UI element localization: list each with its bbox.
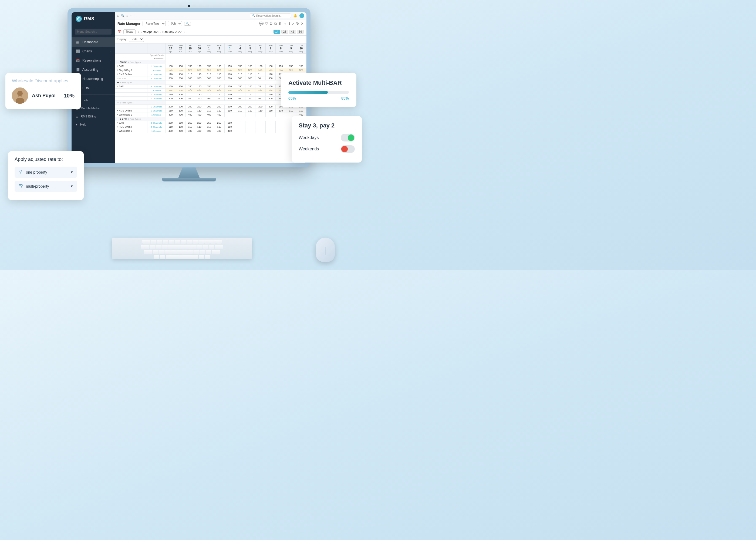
cell-na[interactable]: N/A [255,68,266,72]
cell-na[interactable]: N/A [195,68,204,72]
prev-arrow[interactable]: ‹ [138,30,139,34]
cell-na[interactable]: N/A [224,68,235,72]
cell[interactable]: 110 [224,72,235,76]
delete-icon[interactable]: 🗑 [278,22,282,26]
cell-na[interactable]: N/A [235,68,245,72]
close-icon[interactable]: ✕ [301,22,304,26]
display-select[interactable]: Rate [129,37,144,42]
info-icon[interactable]: ℹ [289,22,290,26]
cell[interactable]: 150 [245,64,255,68]
menu-search-input[interactable] [75,29,111,35]
add-icon[interactable]: ＋ [284,21,287,26]
cell[interactable]: 150 [165,64,176,68]
weekends-toggle[interactable] [341,145,355,153]
cell[interactable]: 300 [204,76,214,80]
cell[interactable]: 110 [186,72,195,76]
cell[interactable]: 110 [176,72,186,76]
next-arrow[interactable]: › [184,30,185,34]
cell[interactable]: 150 [235,64,245,68]
export-icon[interactable]: ↗ [292,22,295,26]
cell[interactable]: 150 [255,64,266,68]
cell[interactable]: 110 [165,72,176,76]
sidebar-item-help[interactable]: ● Help › [71,120,115,129]
today-button[interactable]: Today [123,30,136,34]
multi-property-option[interactable]: multi-property ▼ [15,181,77,192]
bar-label: + BAR [115,64,147,68]
dropdown-arrow-icon: ▼ [70,170,73,174]
cell[interactable]: 150 [276,64,286,68]
sidebar-item-reservations[interactable]: 📅 Reservations › [71,56,115,65]
key-tab [142,240,150,244]
sidebar-item-label: RMS Billing [81,115,96,118]
sidebar-item-charts[interactable]: 📊 Charts › [71,47,115,56]
cell-na[interactable]: N/A [265,68,276,72]
cell[interactable]: 300 [265,76,276,80]
filter-icon[interactable]: ▽ [265,22,268,26]
rate-filter-select[interactable]: (All) [168,21,182,26]
chat-icon[interactable]: 💬 [259,22,264,26]
cell[interactable]: 150 [286,64,296,68]
cell-na[interactable]: N/A [245,68,255,72]
chevron-right-icon: › [110,123,110,126]
cell[interactable]: 150 [296,64,307,68]
cell[interactable]: 300 [224,76,235,80]
calendar-icon-small: 📅 [117,30,121,34]
cell-na[interactable]: N/A [165,68,176,72]
cell[interactable]: 110 [195,72,204,76]
cell-na[interactable]: N/A [176,68,186,72]
view-42-button[interactable]: 42 [289,30,296,34]
cell[interactable]: 110 [235,72,245,76]
cell[interactable]: 300 [176,76,186,80]
cell[interactable]: 110 [204,72,214,76]
rate-table: Wed27Apr Thu28Apr Fri29Apr [115,43,307,133]
cell-na[interactable]: N/A [204,68,214,72]
cell[interactable]: 300 [165,76,176,80]
cell-na[interactable]: N/A [296,68,307,72]
one-property-label: one property [26,170,67,175]
table-row-bar: + BAR 3 Channels 150150 150150 150150 15… [115,64,307,68]
cell[interactable]: 150 [195,64,204,68]
cell[interactable]: 30... [255,76,266,80]
cell-na[interactable]: N/A [276,68,286,72]
cell[interactable]: 150 [224,64,235,68]
room-type-select[interactable]: Room Type [143,21,166,26]
rate-search-box[interactable]: 🔍 [184,22,191,26]
sidebar-item-dashboard[interactable]: ▦ Dashboard [71,38,115,47]
cell-na[interactable]: N/A [214,68,224,72]
one-property-option[interactable]: one property ▼ [15,167,77,178]
special-events-label: Special Events [115,54,166,57]
reservation-search-box[interactable]: 🔍 [250,14,291,18]
view-14-button[interactable]: 14 [274,30,280,34]
cell[interactable]: 300 [235,76,245,80]
avatar-image [12,87,28,104]
sidebar-search[interactable] [71,26,115,38]
copy-icon[interactable]: ⧉ [274,22,277,26]
dropdown-arrow-icon-2: ▼ [70,185,73,188]
cell[interactable]: 150 [186,64,195,68]
cell[interactable]: 110 [245,72,255,76]
sidebar-item-rms-billing[interactable]: ◻ RMS Billing [71,112,115,120]
settings-icon[interactable]: ⚙ [270,22,273,26]
cell[interactable]: 11... [255,72,266,76]
cell[interactable]: 150 [176,64,186,68]
cell[interactable]: 300 [186,76,195,80]
cell[interactable]: 110 [265,72,276,76]
cell[interactable]: 300 [195,76,204,80]
col-header-thu4: Thu4May [235,44,245,54]
refresh-icon[interactable]: ↻ [296,22,299,26]
view-56-button[interactable]: 56 [297,30,304,34]
reservation-search-input[interactable] [256,14,289,17]
cell-na[interactable]: N/A [186,68,195,72]
cell[interactable]: 110 [214,72,224,76]
cell-na[interactable]: N/A [286,68,296,72]
view-28-button[interactable]: 28 [281,30,288,34]
weekdays-toggle[interactable] [341,134,355,141]
cell[interactable]: 150 [204,64,214,68]
cell[interactable]: 150 [214,64,224,68]
key-quote [209,245,214,249]
cell[interactable]: 300 [245,76,255,80]
monitor: RMS ▦ Dashboard 📊 Charts › [67,8,311,182]
cell[interactable]: 300 [214,76,224,80]
stay3-label: + Stay 3 Pay 2 [115,68,147,72]
cell[interactable]: 150 [265,64,276,68]
